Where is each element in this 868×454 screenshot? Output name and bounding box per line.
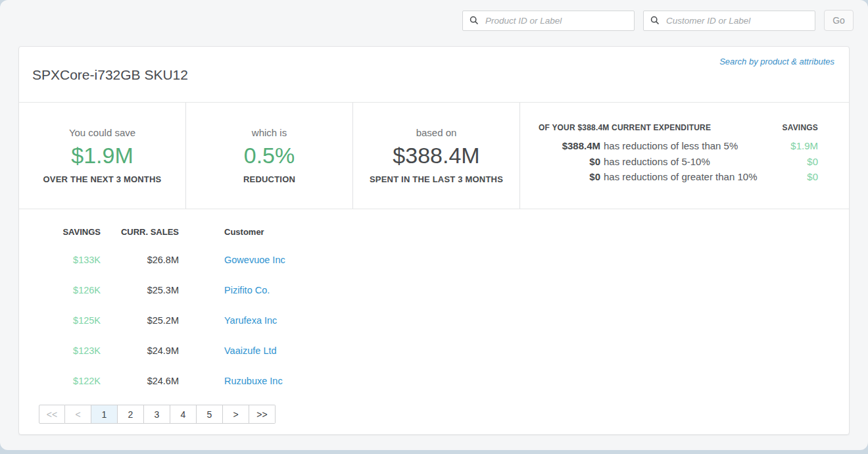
stat-value: $1.9M	[71, 143, 133, 168]
breakdown-savings: $0	[807, 169, 818, 185]
breakdown-savings: $0	[807, 154, 818, 170]
stat-spend: based on $388.4M SPENT IN THE LAST 3 MON…	[353, 103, 520, 209]
column-header-customer: Customer	[179, 227, 264, 237]
cell-sales: $25.2M	[101, 315, 179, 326]
customer-link[interactable]: Vaaizufe Ltd	[224, 345, 277, 356]
stat-value: 0.5%	[244, 143, 295, 168]
customer-link[interactable]: Gowevuoe Inc	[224, 255, 285, 265]
card-header: Search by product & attributes SPXCore-i…	[19, 47, 849, 102]
cell-savings: $125K	[19, 315, 101, 326]
customer-search-box[interactable]	[643, 11, 815, 31]
pagination-last[interactable]: >>	[249, 405, 276, 424]
table-row: $122K $24.6M Ruzubuxe Inc	[19, 366, 849, 396]
breakdown-row: $0 has reductions of greater than 10% $0	[539, 169, 818, 185]
column-header-savings: SAVINGS	[19, 227, 101, 237]
pagination-page-4[interactable]: 4	[170, 405, 197, 424]
cell-sales: $25.3M	[101, 285, 179, 295]
breakdown-row: $0 has reductions of 5-10% $0	[539, 154, 818, 170]
breakdown-amount: $388.4M	[539, 138, 600, 154]
product-search-input[interactable]	[484, 15, 627, 26]
pagination-next[interactable]: >	[223, 405, 249, 424]
search-icon	[470, 16, 479, 25]
table-header-row: SAVINGS CURR. SALES Customer	[19, 218, 849, 245]
customers-table: SAVINGS CURR. SALES Customer $133K $26.8…	[19, 209, 849, 396]
breakdown-amount: $0	[539, 169, 600, 185]
cell-savings: $133K	[19, 255, 101, 265]
column-header-sales: CURR. SALES	[101, 227, 179, 237]
customer-link[interactable]: Pizifito Co.	[224, 285, 270, 295]
stat-pre-label: based on	[416, 127, 457, 138]
product-savings-card: Search by product & attributes SPXCore-i…	[18, 46, 850, 435]
customer-link[interactable]: Yarufexa Inc	[224, 315, 277, 326]
stat-post-label: REDUCTION	[243, 174, 295, 184]
stat-reduction: which is 0.5% REDUCTION	[186, 103, 353, 209]
search-by-attributes-link[interactable]: Search by product & attributes	[719, 57, 834, 66]
breakdown-desc: has reductions of greater than 10%	[604, 169, 757, 185]
table-row: $133K $26.8M Gowevuoe Inc	[19, 245, 849, 275]
expenditure-breakdown: OF YOUR $388.4M CURRENT EXPENDITURE SAVI…	[520, 103, 849, 209]
stat-pre-label: You could save	[69, 127, 135, 138]
customer-search-input[interactable]	[665, 15, 808, 26]
go-button[interactable]: Go	[824, 10, 854, 31]
pagination-page-5[interactable]: 5	[197, 405, 223, 424]
table-row: $126K $25.3M Pizifito Co.	[19, 275, 849, 305]
app-page: Go Search by product & attributes SPXCor…	[0, 0, 868, 450]
search-icon	[650, 16, 660, 25]
cell-sales: $24.9M	[101, 345, 179, 356]
breakdown-header: OF YOUR $388.4M CURRENT EXPENDITURE SAVI…	[539, 123, 818, 132]
cell-savings: $123K	[19, 345, 101, 356]
breakdown-desc: has reductions of 5-10%	[604, 154, 710, 170]
pagination-first[interactable]: <<	[39, 405, 65, 424]
pagination: << < 1 2 3 4 5 > >>	[39, 405, 849, 424]
top-search-bar: Go	[462, 10, 854, 31]
pagination-prev[interactable]: <	[65, 405, 91, 424]
breakdown-amount: $0	[539, 154, 600, 170]
cell-savings: $126K	[19, 285, 101, 295]
stat-pre-label: which is	[252, 127, 287, 138]
customer-link[interactable]: Ruzubuxe Inc	[224, 376, 283, 386]
pagination-page-1[interactable]: 1	[91, 405, 118, 424]
stats-row: You could save $1.9M OVER THE NEXT 3 MON…	[19, 102, 849, 209]
cell-sales: $24.6M	[101, 376, 179, 386]
cell-savings: $122K	[19, 376, 101, 386]
breakdown-header-left: OF YOUR $388.4M CURRENT EXPENDITURE	[539, 123, 711, 132]
pagination-page-3[interactable]: 3	[144, 405, 170, 424]
stat-post-label: SPENT IN THE LAST 3 MONTHS	[370, 174, 503, 184]
pagination-page-2[interactable]: 2	[118, 405, 144, 424]
product-title: SPXCore-i732GB SKU12	[32, 67, 188, 83]
breakdown-row: $388.4M has reductions of less than 5% $…	[539, 138, 818, 154]
cell-sales: $26.8M	[101, 255, 179, 265]
stat-savings: You could save $1.9M OVER THE NEXT 3 MON…	[19, 103, 186, 209]
stat-post-label: OVER THE NEXT 3 MONTHS	[43, 174, 162, 184]
table-row: $123K $24.9M Vaaizufe Ltd	[19, 336, 849, 366]
breakdown-header-right: SAVINGS	[782, 123, 818, 132]
breakdown-savings: $1.9M	[790, 138, 818, 154]
stat-value: $388.4M	[393, 143, 479, 168]
table-row: $125K $25.2M Yarufexa Inc	[19, 305, 849, 336]
product-search-box[interactable]	[462, 11, 635, 31]
breakdown-desc: has reductions of less than 5%	[604, 138, 738, 154]
